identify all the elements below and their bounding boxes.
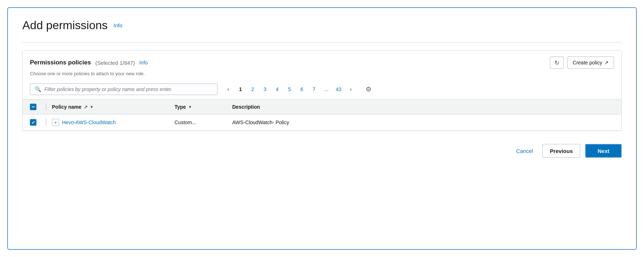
pagination-page-6[interactable]: 6 (297, 84, 307, 94)
td-type: Custom... (175, 120, 232, 125)
page-title-row: Add permissions Info (22, 19, 622, 32)
th-description-label: Description (232, 104, 260, 110)
search-icon: 🔍 (35, 86, 41, 93)
th-type: Type ▼ (175, 104, 232, 110)
settings-icon: ⚙ (366, 85, 371, 93)
td-divider-1 (46, 119, 46, 126)
external-link-icon: ↗ (604, 60, 609, 66)
filter-pagination-row: 🔍 ‹ 1 2 3 4 5 6 7 ... 43 › ⚙ (23, 81, 621, 99)
pagination-page-7[interactable]: 7 (309, 84, 319, 94)
section-actions: ↻ Create policy ↗ (550, 57, 614, 69)
th-description: Description (232, 104, 614, 110)
create-policy-label: Create policy (573, 60, 602, 66)
td-checkbox (30, 119, 46, 126)
table-settings-button[interactable]: ⚙ (363, 84, 374, 95)
pagination-ellipsis: ... (321, 84, 331, 94)
policy-name-sort-icon[interactable]: ▼ (90, 105, 94, 109)
pagination-page-2[interactable]: 2 (248, 84, 258, 94)
select-all-checkbox[interactable] (30, 104, 36, 110)
cancel-button[interactable]: Cancel (512, 145, 537, 157)
page-container: Add permissions Info Permissions policie… (7, 7, 637, 250)
section-title: Permissions policies (30, 59, 91, 66)
page-info-link[interactable]: Info (114, 22, 123, 28)
th-policy-name: Policy name ↗ ▼ (52, 104, 175, 110)
section-header: Permissions policies (Selected 1/847) In… (23, 51, 621, 81)
section-subtitle: Choose one or more policies to attach to… (30, 71, 614, 76)
page-title: Add permissions (22, 19, 108, 32)
selected-badge: (Selected 1/847) (95, 60, 135, 66)
previous-button[interactable]: Previous (542, 144, 580, 158)
pagination-page-4[interactable]: 4 (272, 84, 282, 94)
pagination-next-arrow[interactable]: › (346, 84, 356, 94)
th-divider-1 (46, 103, 46, 111)
pagination-page-1[interactable]: 1 (235, 84, 246, 94)
policy-name-link[interactable]: Hevo-AWS-CloudWatch (62, 120, 116, 125)
footer-row: Cancel Previous Next (22, 138, 622, 159)
search-input[interactable] (44, 86, 213, 92)
td-description: AWS-CloudWatch- Policy (232, 120, 614, 125)
table-row: + Hevo-AWS-CloudWatch Custom... AWS-Clou… (23, 114, 621, 131)
search-box: 🔍 (30, 84, 217, 95)
next-button[interactable]: Next (585, 144, 622, 158)
section-title-row: Permissions policies (Selected 1/847) In… (30, 57, 614, 69)
type-sort-icon[interactable]: ▼ (188, 105, 192, 109)
section-info-link[interactable]: Info (139, 60, 147, 66)
pagination-page-43[interactable]: 43 (334, 84, 344, 94)
td-policy-name: + Hevo-AWS-CloudWatch (52, 119, 175, 126)
th-type-label: Type (175, 104, 186, 110)
pagination-page-3[interactable]: 3 (260, 84, 270, 94)
pagination-prev-arrow[interactable]: ‹ (223, 84, 233, 94)
row-checkbox[interactable] (30, 119, 36, 126)
pagination: ‹ 1 2 3 4 5 6 7 ... 43 › (223, 84, 356, 94)
create-policy-button[interactable]: Create policy ↗ (567, 57, 614, 69)
table-header: Policy name ↗ ▼ Type ▼ Description (23, 99, 621, 114)
permissions-section: Permissions policies (Selected 1/847) In… (22, 50, 622, 131)
th-policy-name-label: Policy name (52, 104, 81, 110)
policy-name-external-icon: ↗ (84, 104, 88, 110)
refresh-button[interactable]: ↻ (550, 57, 564, 69)
section-divider (22, 42, 622, 42)
row-expand-icon[interactable]: + (52, 119, 59, 126)
th-checkbox (30, 104, 46, 110)
section-title-left: Permissions policies (Selected 1/847) In… (30, 59, 148, 66)
pagination-page-5[interactable]: 5 (284, 84, 295, 94)
